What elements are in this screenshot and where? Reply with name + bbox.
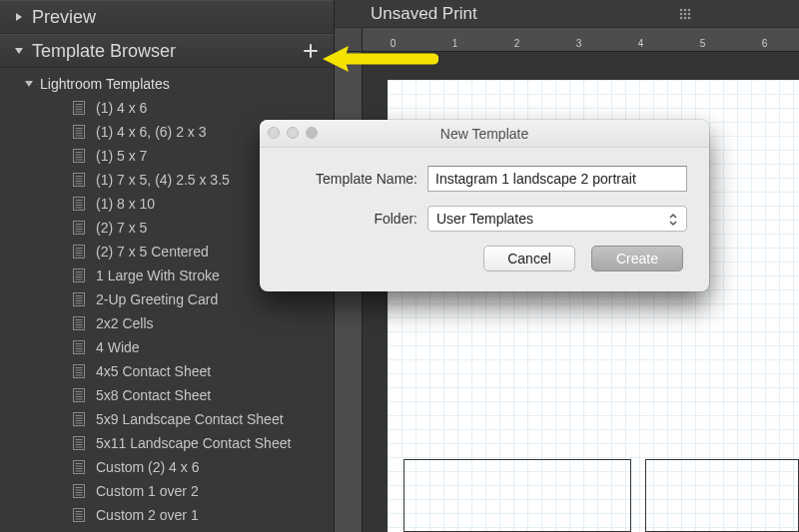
tree-item[interactable]: 5x11 Landscape Contact Sheet (0, 431, 334, 455)
tree-item[interactable]: 2x2 Cells (0, 311, 334, 335)
ruler-tick: 5 (702, 28, 703, 52)
svg-rect-5 (74, 126, 85, 139)
ruler-corner (335, 28, 363, 52)
close-icon[interactable] (268, 127, 280, 139)
layout-cell[interactable] (403, 459, 631, 532)
template-icon (72, 507, 86, 523)
disclosure-right-icon (12, 10, 26, 24)
create-button[interactable]: Create (591, 246, 683, 271)
tree-item-label: (1) 4 x 6 (96, 100, 147, 116)
svg-rect-45 (74, 317, 85, 330)
chevron-updown-icon (664, 210, 682, 230)
tree-item-label: 4x5 Contact Sheet (96, 363, 211, 379)
tree-item-label: 5x8 Contact Sheet (96, 387, 211, 403)
window-controls (268, 127, 318, 139)
template-icon (72, 124, 86, 140)
template-icon (72, 411, 86, 427)
folder-label: Lightroom Templates (40, 76, 170, 92)
grip-icon (678, 6, 692, 20)
svg-rect-25 (74, 222, 85, 235)
svg-rect-55 (74, 365, 85, 378)
svg-point-97 (688, 9, 691, 12)
tree-item-label: 2-Up Greeting Card (96, 291, 218, 307)
svg-point-102 (684, 17, 687, 20)
tree-item[interactable]: 4x5 Contact Sheet (0, 359, 334, 383)
ruler-tick: 6 (764, 28, 765, 52)
tree-item-label: Custom 1 over 2 (96, 483, 199, 499)
template-icon (72, 244, 86, 260)
tree-item-label: (1) 4 x 6, (6) 2 x 3 (96, 124, 206, 140)
template-icon (72, 363, 86, 379)
svg-point-95 (680, 9, 683, 12)
svg-rect-80 (74, 485, 85, 498)
svg-rect-70 (74, 437, 85, 450)
svg-point-99 (684, 13, 687, 16)
svg-rect-15 (74, 174, 85, 187)
svg-rect-65 (74, 413, 85, 426)
template-icon (72, 100, 86, 116)
tree-item[interactable]: 4 Wide (0, 335, 334, 359)
svg-rect-75 (74, 461, 85, 474)
folder-select[interactable]: User Templates (427, 206, 687, 232)
tree-folder-lightroom-templates[interactable]: Lightroom Templates (0, 72, 334, 96)
tree-item-label: 1 Large With Stroke (96, 267, 220, 283)
zoom-icon[interactable] (306, 127, 318, 139)
template-icon (72, 339, 86, 355)
template-icon (72, 483, 86, 499)
svg-rect-40 (74, 293, 85, 306)
template-icon (72, 220, 86, 236)
template-browser-panel-header[interactable]: Template Browser (0, 34, 334, 68)
ruler-tick: 1 (454, 28, 455, 52)
add-template-button[interactable] (300, 40, 322, 62)
svg-point-103 (688, 17, 691, 20)
new-template-dialog: New Template Template Name: Folder: User… (260, 120, 709, 291)
tree-item[interactable]: 5x8 Contact Sheet (0, 383, 334, 407)
svg-rect-50 (74, 341, 85, 354)
folder-select-value: User Templates (436, 211, 533, 227)
minimize-icon[interactable] (287, 127, 299, 139)
tree-item-label: 5x11 Landscape Contact Sheet (96, 435, 291, 451)
ruler-horizontal: 0123456 (363, 28, 799, 52)
svg-rect-85 (74, 509, 85, 522)
template-icon (72, 459, 86, 475)
document-title-bar: Unsaved Print (335, 0, 799, 28)
template-icon (72, 435, 86, 451)
tree-item-label: (1) 5 x 7 (96, 148, 147, 164)
svg-rect-20 (74, 198, 85, 211)
template-icon (72, 387, 86, 403)
tree-item-label: 4 Wide (96, 339, 140, 355)
svg-rect-35 (74, 269, 85, 282)
svg-rect-60 (74, 389, 85, 402)
tree-item[interactable]: Custom 2 over 1 (0, 503, 334, 527)
template-icon (72, 291, 86, 307)
layout-cell[interactable] (645, 459, 799, 532)
template-name-label: Template Name: (290, 171, 417, 187)
svg-rect-0 (74, 102, 85, 115)
disclosure-down-icon (24, 79, 36, 89)
preview-label: Preview (32, 7, 96, 28)
tree-item-label: Custom (2) 4 x 6 (96, 459, 199, 475)
tree-item-label: (2) 7 x 5 (96, 220, 147, 236)
tree-item[interactable]: Custom 4 square (0, 527, 334, 532)
cancel-button[interactable]: Cancel (483, 246, 575, 271)
svg-point-98 (680, 13, 683, 16)
tree-item[interactable]: (1) 4 x 6 (0, 96, 334, 120)
svg-point-96 (684, 9, 687, 12)
preview-panel-header[interactable]: Preview (0, 0, 334, 34)
template-name-input[interactable] (427, 166, 687, 192)
dialog-title-bar[interactable]: New Template (260, 120, 709, 148)
ruler-tick: 0 (393, 28, 394, 52)
tree-item-label: (1) 7 x 5, (4) 2.5 x 3.5 (96, 172, 230, 188)
svg-rect-10 (74, 150, 85, 163)
tree-item[interactable]: 5x9 Landscape Contact Sheet (0, 407, 334, 431)
tree-item-label: 5x9 Landscape Contact Sheet (96, 411, 284, 427)
tree-item[interactable]: Custom 1 over 2 (0, 479, 334, 503)
tree-item-label: 2x2 Cells (96, 315, 154, 331)
tree-item[interactable]: Custom (2) 4 x 6 (0, 455, 334, 479)
ruler-tick: 2 (516, 28, 517, 52)
template-icon (72, 315, 86, 331)
svg-rect-30 (74, 246, 85, 259)
disclosure-down-icon (12, 44, 26, 58)
document-title: Unsaved Print (371, 4, 477, 24)
template-icon (72, 148, 86, 164)
